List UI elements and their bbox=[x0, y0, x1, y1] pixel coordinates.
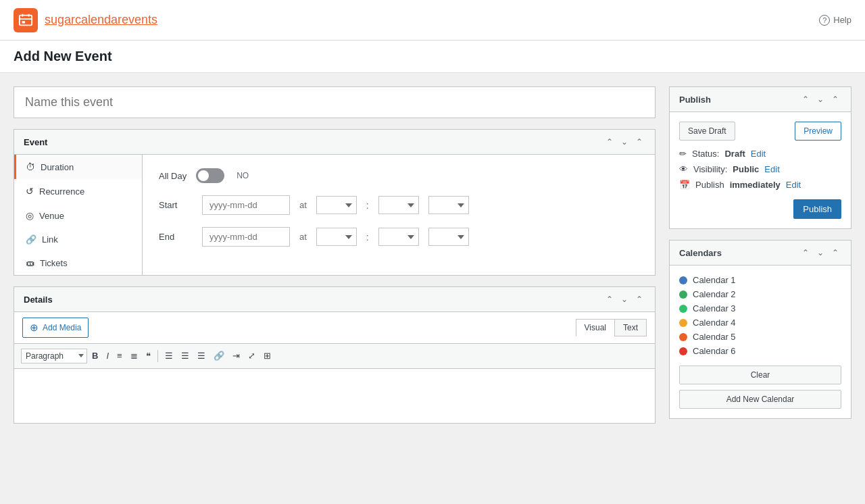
visibility-value: Public bbox=[733, 164, 759, 174]
start-minute-select[interactable] bbox=[378, 196, 419, 214]
left-column: Event ⌃ ⌄ ⌃ ⏱ Duration ↺ Recurrence bbox=[14, 86, 656, 424]
publish-button[interactable]: Publish bbox=[793, 199, 841, 219]
event-panel-close[interactable]: ⌃ bbox=[633, 136, 645, 147]
details-panel-collapse-down[interactable]: ⌄ bbox=[618, 294, 631, 305]
calendar-label-cal2: Calendar 2 bbox=[693, 289, 736, 299]
italic-button[interactable]: I bbox=[103, 348, 112, 364]
status-label: Status: bbox=[692, 149, 719, 159]
align-left-button[interactable]: ☰ bbox=[162, 348, 176, 364]
align-center-button[interactable]: ☰ bbox=[178, 348, 193, 364]
event-main: All Day NO Start at : bbox=[143, 155, 655, 275]
page-title: Add New Event bbox=[14, 49, 851, 64]
editor-area[interactable] bbox=[14, 369, 655, 423]
format-select[interactable]: Paragraph Heading 1 Heading 2 Heading 3 … bbox=[21, 349, 87, 363]
formatting-bar: Paragraph Heading 1 Heading 2 Heading 3 … bbox=[14, 344, 655, 369]
visibility-row: 👁 Visibility: Public Edit bbox=[679, 164, 841, 174]
sidebar-item-tickets[interactable]: 🎟 Tickets bbox=[14, 251, 142, 275]
start-at-label: at bbox=[299, 200, 307, 210]
calendar-item-cal1[interactable]: Calendar 1 bbox=[679, 275, 841, 285]
end-minute-select[interactable] bbox=[378, 228, 419, 246]
end-hour-select[interactable] bbox=[316, 228, 357, 246]
sidebar-item-venue-label: Venue bbox=[39, 211, 64, 221]
toolbar-toggle-button[interactable]: ⊞ bbox=[260, 348, 274, 364]
view-tab-text[interactable]: Text bbox=[614, 319, 647, 336]
save-draft-button[interactable]: Save Draft bbox=[679, 122, 735, 141]
end-date-input[interactable] bbox=[202, 227, 290, 247]
allday-toggle[interactable] bbox=[196, 168, 224, 183]
status-icon: ✏ bbox=[679, 149, 687, 159]
calendars-panel-up[interactable]: ⌃ bbox=[799, 247, 812, 258]
ordered-list-button[interactable]: ≣ bbox=[127, 348, 141, 364]
calendar-item-cal4[interactable]: Calendar 4 bbox=[679, 318, 841, 328]
main-container: Event ⌃ ⌄ ⌃ ⏱ Duration ↺ Recurrence bbox=[0, 73, 865, 437]
status-edit-link[interactable]: Edit bbox=[751, 149, 766, 159]
start-date-input[interactable] bbox=[202, 195, 290, 215]
end-at-label: at bbox=[299, 232, 307, 242]
event-panel: Event ⌃ ⌄ ⌃ ⏱ Duration ↺ Recurrence bbox=[14, 129, 656, 276]
publish-when-row: 📅 Publish immediately Edit bbox=[679, 180, 841, 190]
fmt-separator-1 bbox=[157, 350, 158, 362]
event-panel-collapse-down[interactable]: ⌄ bbox=[618, 136, 631, 147]
logo-accent: events bbox=[122, 13, 157, 26]
start-ampm-select[interactable] bbox=[428, 196, 469, 214]
unordered-list-button[interactable]: ≡ bbox=[114, 348, 126, 364]
calendar-item-cal2[interactable]: Calendar 2 bbox=[679, 289, 841, 299]
calendar-label-cal4: Calendar 4 bbox=[693, 318, 736, 328]
add-media-button[interactable]: ⊕ Add Media bbox=[22, 318, 89, 338]
calendar-dot-cal1 bbox=[679, 276, 687, 284]
toggle-state-label: NO bbox=[237, 171, 249, 180]
bold-button[interactable]: B bbox=[89, 348, 101, 364]
add-new-calendar-button[interactable]: Add New Calendar bbox=[679, 390, 841, 409]
visibility-edit-link[interactable]: Edit bbox=[764, 164, 779, 174]
indent-button[interactable]: ⇥ bbox=[229, 348, 243, 364]
visibility-label: Visibility: bbox=[693, 164, 727, 174]
fullscreen-button[interactable]: ⤢ bbox=[245, 348, 259, 364]
preview-button[interactable]: Preview bbox=[795, 122, 841, 141]
calendar-actions: Clear Add New Calendar bbox=[679, 366, 841, 409]
recurrence-icon: ↺ bbox=[26, 186, 34, 197]
details-panel-collapse-up[interactable]: ⌃ bbox=[603, 294, 616, 305]
blockquote-button[interactable]: ❝ bbox=[143, 348, 154, 364]
publish-panel-down[interactable]: ⌄ bbox=[814, 94, 826, 105]
details-panel: Details ⌃ ⌄ ⌃ ⊕ Add Media Visual Text bbox=[14, 286, 656, 424]
event-panel-collapse-up[interactable]: ⌃ bbox=[603, 136, 616, 147]
view-tab-visual[interactable]: Visual bbox=[576, 319, 614, 336]
calendars-panel-down[interactable]: ⌄ bbox=[814, 247, 826, 258]
sidebar-item-tickets-label: Tickets bbox=[40, 258, 68, 268]
clock-icon: ⏱ bbox=[26, 161, 35, 172]
calendar-dot-cal2 bbox=[679, 291, 687, 299]
publish-panel-up[interactable]: ⌃ bbox=[799, 94, 812, 105]
publish-when-edit-link[interactable]: Edit bbox=[786, 180, 801, 190]
calendar-item-cal6[interactable]: Calendar 6 bbox=[679, 346, 841, 356]
calendar-item-cal3[interactable]: Calendar 3 bbox=[679, 303, 841, 313]
sidebar-item-link[interactable]: 🔗 Link bbox=[14, 228, 142, 251]
status-row: ✏ Status: Draft Edit bbox=[679, 149, 841, 159]
publish-when-icon: 📅 bbox=[679, 180, 690, 190]
sidebar-item-duration[interactable]: ⏱ Duration bbox=[14, 155, 142, 179]
start-hour-select[interactable] bbox=[316, 196, 357, 214]
help-label: Help bbox=[833, 15, 851, 25]
page-title-bar: Add New Event bbox=[0, 41, 865, 73]
details-panel-close[interactable]: ⌃ bbox=[633, 294, 645, 305]
end-ampm-select[interactable] bbox=[428, 228, 469, 246]
publish-panel: Publish ⌃ ⌄ ⌃ Save Draft Preview ✏ Statu… bbox=[669, 86, 851, 229]
logo-icon bbox=[14, 8, 38, 32]
venue-icon: ◎ bbox=[26, 210, 34, 221]
clear-button[interactable]: Clear bbox=[679, 366, 841, 384]
publish-panel-title: Publish bbox=[679, 95, 711, 105]
help-link[interactable]: ? Help bbox=[819, 15, 851, 26]
sidebar-item-duration-label: Duration bbox=[41, 162, 74, 172]
calendars-panel-close[interactable]: ⌃ bbox=[829, 247, 841, 258]
publish-panel-close[interactable]: ⌃ bbox=[829, 94, 841, 105]
details-toolbar: ⊕ Add Media Visual Text bbox=[14, 312, 655, 344]
calendar-item-cal5[interactable]: Calendar 5 bbox=[679, 332, 841, 342]
start-colon: : bbox=[366, 200, 369, 211]
event-panel-header: Event ⌃ ⌄ ⌃ bbox=[14, 130, 655, 155]
event-name-input[interactable] bbox=[14, 86, 656, 118]
link-button[interactable]: 🔗 bbox=[210, 348, 228, 364]
sidebar-item-venue[interactable]: ◎ Venue bbox=[14, 203, 142, 228]
calendar-label-cal5: Calendar 5 bbox=[693, 332, 736, 342]
align-right-button[interactable]: ☰ bbox=[194, 348, 209, 364]
sidebar-item-recurrence[interactable]: ↺ Recurrence bbox=[14, 179, 142, 203]
publish-meta: ✏ Status: Draft Edit 👁 Visibility: Publi… bbox=[679, 149, 841, 190]
